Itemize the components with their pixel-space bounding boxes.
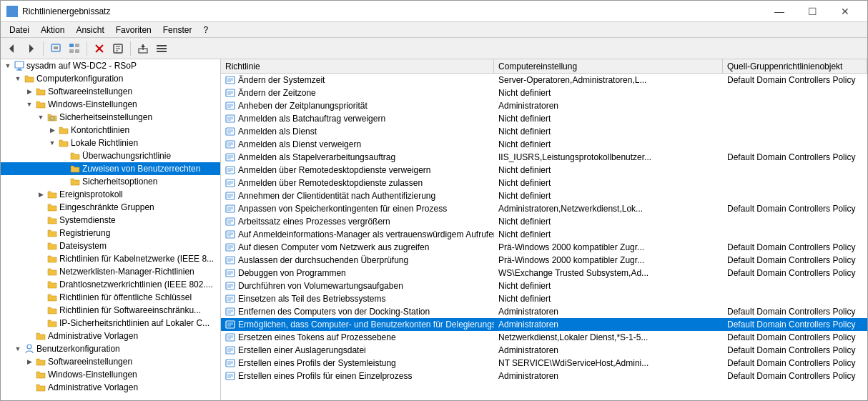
- list-row[interactable]: Annehmen der Clientidentität nach Authen…: [221, 189, 867, 202]
- col-header-quelle-label: Quell-Gruppenrichtlinienobjekt: [727, 61, 842, 71]
- menu-aktion[interactable]: Aktion: [35, 24, 70, 36]
- list-row[interactable]: Erstellen eines Profils der Systemleistu…: [221, 357, 867, 370]
- back-button[interactable]: [4, 40, 21, 57]
- menu-datei[interactable]: Datei: [4, 24, 35, 36]
- menu-ansicht[interactable]: Ansicht: [70, 24, 109, 36]
- cell-computereinstellung: Netzwerkdienst,Lokaler Dienst,*S-1-5...: [494, 332, 723, 342]
- tree-item-ueberwachungsrichtlinie[interactable]: ▶ Überwachungsrichtlinie: [1, 149, 220, 162]
- tree-item-richtlinien-softwareeinschraenkun[interactable]: ▶ Richtlinien für Softwareeinschränku...: [1, 304, 220, 317]
- minimize-button[interactable]: —: [763, 1, 796, 22]
- col-header-richtlinie[interactable]: Richtlinie: [221, 59, 494, 73]
- list-row[interactable]: Einsetzen als Teil des Betriebssystems N…: [221, 292, 867, 305]
- col-header-quelle[interactable]: Quell-Gruppenrichtlinienobjekt: [723, 59, 867, 73]
- list-row[interactable]: Ändern der Zeitzone Nicht definiert: [221, 86, 867, 99]
- svg-rect-7: [51, 44, 60, 51]
- folder-icon: [46, 189, 58, 200]
- list-row[interactable]: Anmelden als Dienst Nicht definiert: [221, 125, 867, 138]
- folder-icon: [69, 176, 81, 187]
- properties-button[interactable]: [109, 40, 127, 57]
- expander-softwareeinstellungen-b: ▶: [24, 356, 35, 367]
- tree-item-netzwerklisten-manager[interactable]: ▶ Netzwerklisten-Manager-Richtlinien: [1, 265, 220, 278]
- list-row[interactable]: Auf diesen Computer vom Netzwerk aus zug…: [221, 241, 867, 254]
- expander-softwareeinstellungen-c: ▶: [24, 86, 35, 97]
- tree-item-drahtlosnetzwerkrichtlinien[interactable]: ▶ Drahtlosnetzwerkrichtlinien (IEEE 802.…: [1, 278, 220, 291]
- list-row[interactable]: Auslassen der durchsuchenden Überprüfung…: [221, 254, 867, 267]
- svg-rect-11: [75, 44, 79, 47]
- view-button[interactable]: [153, 40, 170, 57]
- show-scope-button[interactable]: [47, 40, 64, 57]
- list-row[interactable]: Anheben der Zeitplanungspriorität Admini…: [221, 99, 867, 112]
- tree-item-softwareeinstellungen-b[interactable]: ▶ Softwareeinstellungen: [1, 355, 220, 368]
- tree-root[interactable]: ▼ sysadm auf WS-DC2 - RSoP: [1, 59, 220, 72]
- forward-button[interactable]: [22, 40, 39, 57]
- list-body: Ändern der Systemzeit Server-Operatoren,…: [221, 74, 867, 400]
- title-bar-left: Richtlinienergebnissatz: [6, 6, 110, 17]
- maximize-button[interactable]: ☐: [796, 1, 829, 22]
- cell-computereinstellung: Nicht definiert: [494, 281, 723, 291]
- tree-item-registrierung[interactable]: ▶ Registrierung: [1, 227, 220, 239]
- tree-item-administrative-vorlagen-b[interactable]: ▶ Administrative Vorlagen: [1, 381, 220, 394]
- list-row[interactable]: Durchführen von Volumewartungsaufgaben N…: [221, 279, 867, 292]
- tree-item-dateisystem[interactable]: ▶ Dateisystem: [1, 239, 220, 252]
- close-button[interactable]: ✕: [829, 1, 862, 22]
- menu-help[interactable]: ?: [197, 24, 214, 36]
- delete-button[interactable]: [91, 40, 108, 57]
- cell-computereinstellung: Administratoren,Netzwerkdienst,Lok...: [494, 204, 723, 214]
- expander-benutzerkonfiguration: ▼: [12, 343, 24, 355]
- tree-item-lokale-richtlinien[interactable]: ▼ Lokale Richtlinien: [1, 137, 220, 149]
- tree-item-computerkonfiguration[interactable]: ▼ Computerkonfiguration: [1, 72, 220, 85]
- col-header-computereinstellung[interactable]: Computereinstellung: [494, 59, 723, 73]
- list-row[interactable]: Anmelden über Remotedesktopdienste zulas…: [221, 177, 867, 189]
- cell-richtlinie: Auf diesen Computer vom Netzwerk aus zug…: [221, 242, 494, 252]
- folder-icon-selected: [69, 163, 81, 174]
- tree-item-ip-sicherheitsrichtlinien[interactable]: ▶ IP-Sicherheitsrichtlinien auf Lokaler …: [1, 317, 220, 330]
- expander-kontorichtlinien: ▶: [46, 124, 58, 136]
- list-row[interactable]: Anmelden als Stapelverarbeitungsauftrag …: [221, 151, 867, 164]
- tree-item-ereignisprotokoll[interactable]: ▶ Ereignisprotokoll: [1, 188, 220, 201]
- tree-item-benutzerkonfiguration[interactable]: ▼ Benutzerkonfiguration: [1, 342, 220, 355]
- folder-icon: [58, 137, 69, 149]
- tree-item-richtlinien-kabelnetzwerke[interactable]: ▶ Richtlinien für Kabelnetzwerke (IEEE 8…: [1, 252, 220, 265]
- cell-computereinstellung: Prä-Windows 2000 kompatibler Zugr...: [494, 242, 723, 252]
- tree-item-administrative-vorlagen-c[interactable]: ▶ Administrative Vorlagen: [1, 330, 220, 342]
- tree-item-softwareeinstellungen-c[interactable]: ▶ Softwareeinstellungen: [1, 85, 220, 98]
- folder-icon: [46, 240, 58, 252]
- tree-item-windows-einstellungen-c[interactable]: ▼ Windows-Einstellungen: [1, 98, 220, 111]
- list-row[interactable]: Debuggen von Programmen WS\Exchange Trus…: [221, 267, 867, 279]
- main-content: ▼ sysadm auf WS-DC2 - RSoP ▼ Computerkon…: [1, 59, 867, 400]
- list-row[interactable]: Anmelden als Batchauftrag verweigern Nic…: [221, 112, 867, 125]
- policy-icon: [225, 345, 235, 355]
- list-row[interactable]: Anmelden als Dienst verweigern Nicht def…: [221, 138, 867, 151]
- tree-item-eingeschraenkte-gruppen[interactable]: ▶ Eingeschränkte Gruppen: [1, 201, 220, 214]
- list-row[interactable]: Ersetzen eines Tokens auf Prozessebene N…: [221, 331, 867, 344]
- show-tree-button[interactable]: [66, 40, 83, 57]
- list-row[interactable]: Arbeitssatz eines Prozesses vergrößern N…: [221, 215, 867, 228]
- menu-fenster[interactable]: Fenster: [157, 24, 198, 36]
- list-row[interactable]: Erstellen einer Auslagerungsdatei Admini…: [221, 344, 867, 357]
- list-row[interactable]: Anmelden über Remotedesktopdienste verwe…: [221, 164, 867, 177]
- svg-point-30: [27, 345, 31, 349]
- list-row[interactable]: Entfernen des Computers von der Docking-…: [221, 305, 867, 318]
- tree-item-richtlinien-oeffentliche-schluessel[interactable]: ▶ Richtlinien für öffentliche Schlüssel: [1, 291, 220, 304]
- cell-richtlinie: Anmelden über Remotedesktopdienste verwe…: [221, 165, 494, 175]
- tree-item-zuweisen-benutzerrechten[interactable]: ▶ Zuweisen von Benutzerrechten: [1, 162, 220, 175]
- policy-icon: [225, 204, 235, 214]
- list-row[interactable]: Anpassen von Speicherkontingenten für ei…: [221, 202, 867, 215]
- list-row[interactable]: Auf Anmeldeinformations-Manager als vert…: [221, 228, 867, 241]
- cell-computereinstellung: Nicht definiert: [494, 165, 723, 175]
- tree-item-sicherheitseinstellungen[interactable]: ▼ Sicherheitseinstellungen: [1, 111, 220, 124]
- expander-ereignisprotokoll: ▶: [35, 189, 46, 200]
- cell-richtlinie: Durchführen von Volumewartungsaufgaben: [221, 281, 494, 291]
- export-button[interactable]: [134, 40, 152, 57]
- tree-item-kontorichtlinien[interactable]: ▶ Kontorichtlinien: [1, 124, 220, 137]
- tree-item-systemdienste[interactable]: ▶ Systemdienste: [1, 214, 220, 227]
- tree-item-windows-einstellungen-b[interactable]: ▶ Windows-Einstellungen: [1, 368, 220, 381]
- cell-richtlinie: Anmelden als Stapelverarbeitungsauftrag: [221, 152, 494, 162]
- list-row[interactable]: Ermöglichen, dass Computer- und Benutzer…: [221, 318, 867, 331]
- list-row[interactable]: Ändern der Systemzeit Server-Operatoren,…: [221, 74, 867, 86]
- list-row[interactable]: Erstellen eines Profils für einen Einzel…: [221, 370, 867, 382]
- menu-favoriten[interactable]: Favoriten: [110, 24, 157, 36]
- cell-richtlinie: Ersetzen eines Tokens auf Prozessebene: [221, 332, 494, 342]
- folder-icon: [46, 292, 58, 303]
- tree-item-sicherheitsoptionen[interactable]: ▶ Sicherheitsoptionen: [1, 175, 220, 188]
